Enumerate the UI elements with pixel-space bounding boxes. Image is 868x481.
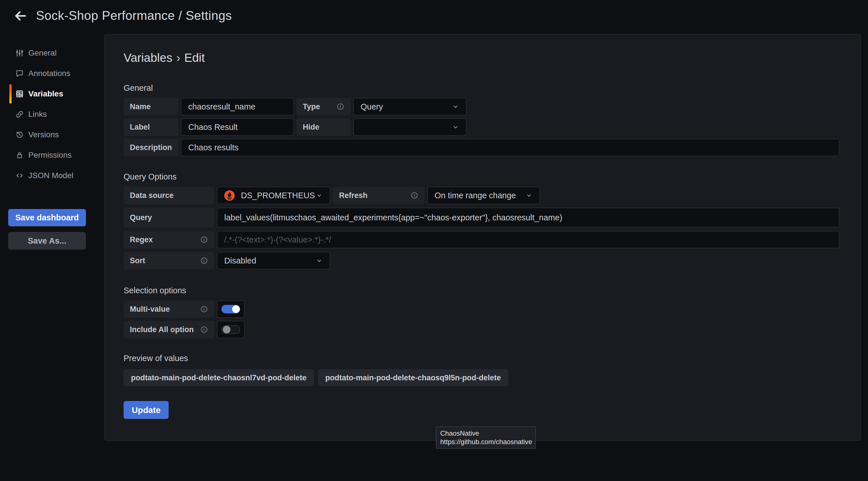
general-section-heading: General (124, 83, 839, 93)
refresh-select[interactable]: On time range change (427, 187, 540, 204)
update-button[interactable]: Update (124, 401, 169, 419)
multi-value-toggle[interactable] (217, 300, 245, 318)
selection-options-heading: Selection options (124, 286, 839, 295)
preview-value-pill: podtato-main-pod-delete-chaosq9l5n-pod-d… (318, 369, 508, 386)
comment-icon (15, 69, 24, 78)
hide-label: Hide (297, 118, 351, 136)
general-form: Name Type Query Label Hide (124, 98, 839, 156)
breadcrumb-page: Edit (184, 51, 205, 64)
sidebar-item-permissions[interactable]: Permissions (0, 149, 104, 161)
tooltip-url: https://github.com/chaosnative (440, 438, 531, 446)
query-label: Query (124, 208, 214, 228)
label-input[interactable] (181, 118, 294, 136)
sidebar-item-label: Links (28, 110, 47, 119)
history-icon (15, 130, 24, 139)
type-select[interactable]: Query (353, 98, 467, 115)
sidebar-item-label: Variables (28, 89, 63, 98)
sidebar-item-label: JSON Model (28, 171, 73, 180)
tooltip-title: ChaosNative (440, 429, 531, 438)
info-icon (200, 236, 208, 244)
prometheus-icon (224, 190, 235, 201)
link-icon (15, 110, 24, 119)
sidebar-item-versions[interactable]: Versions (0, 128, 104, 141)
info-icon (200, 257, 208, 265)
breadcrumb: Variables›Edit (124, 51, 839, 65)
settings-sidebar: General Annotations Variables (0, 34, 104, 249)
query-options-heading: Query Options (124, 172, 839, 181)
preview-value-pill: podtato-main-pod-delete-chaosnl7vd-pod-d… (124, 369, 314, 386)
data-source-label: Data source (124, 187, 214, 204)
description-label: Description (124, 139, 178, 156)
sidebar-item-general[interactable]: General (0, 47, 104, 59)
save-as-button[interactable]: Save As... (8, 232, 86, 249)
chevron-down-icon (315, 192, 323, 199)
page-title: Sock-Shop Performance / Settings (36, 8, 232, 23)
regex-input[interactable] (217, 231, 839, 248)
chaosnative-tooltip: ChaosNative https://github.com/chaosnati… (436, 426, 536, 449)
name-input[interactable] (181, 98, 294, 115)
chevron-down-icon (452, 103, 459, 110)
calculator-icon (15, 89, 24, 98)
data-source-select[interactable]: DS_PROMETHEUS (217, 187, 330, 204)
multi-value-label: Multi-value (124, 300, 214, 318)
save-dashboard-button[interactable]: Save dashboard (8, 209, 86, 226)
label-label: Label (124, 118, 178, 136)
preview-heading: Preview of values (124, 354, 839, 363)
regex-label: Regex (124, 231, 214, 248)
preview-values: podtato-main-pod-delete-chaosnl7vd-pod-d… (124, 369, 839, 386)
include-all-label: Include All option (124, 321, 214, 338)
sidebar-item-variables[interactable]: Variables (0, 88, 104, 100)
sidebar-item-links[interactable]: Links (0, 108, 104, 121)
code-brackets-icon (15, 171, 24, 180)
info-icon (200, 305, 208, 313)
name-label: Name (124, 98, 178, 115)
type-label: Type (297, 98, 351, 115)
back-button[interactable] (12, 8, 28, 24)
info-icon (337, 103, 344, 111)
sort-select[interactable]: Disabled (217, 252, 330, 269)
sliders-icon (15, 49, 24, 58)
sidebar-item-annotations[interactable]: Annotations (0, 67, 104, 80)
variables-edit-panel: Variables›Edit General Name Type Query L… (104, 34, 861, 441)
lock-icon (15, 151, 24, 160)
refresh-label: Refresh (333, 187, 425, 204)
description-input[interactable] (181, 139, 839, 156)
sidebar-item-json-model[interactable]: JSON Model (0, 169, 104, 182)
sidebar-item-label: General (28, 49, 57, 58)
arrow-left-icon (13, 9, 28, 24)
breadcrumb-section[interactable]: Variables (124, 51, 172, 64)
hide-select[interactable] (353, 118, 467, 136)
chevron-down-icon (315, 257, 323, 264)
sidebar-item-label: Versions (28, 130, 59, 139)
info-icon (410, 191, 418, 199)
sidebar-item-label: Permissions (28, 151, 71, 160)
query-options-form: Data source DS_PROMETHEUS Refresh (124, 187, 839, 269)
top-header: Sock-Shop Performance / Settings (0, 0, 868, 34)
info-icon (200, 326, 208, 333)
selection-options-form: Multi-value Include All option (124, 300, 839, 338)
sidebar-item-label: Annotations (28, 69, 70, 78)
chevron-down-icon (525, 192, 533, 199)
active-item-indicator (9, 84, 11, 103)
include-all-toggle[interactable] (217, 321, 245, 338)
breadcrumb-separator: › (172, 51, 184, 64)
chevron-down-icon (452, 123, 459, 131)
query-input[interactable] (217, 208, 839, 228)
sort-label: Sort (124, 252, 214, 269)
